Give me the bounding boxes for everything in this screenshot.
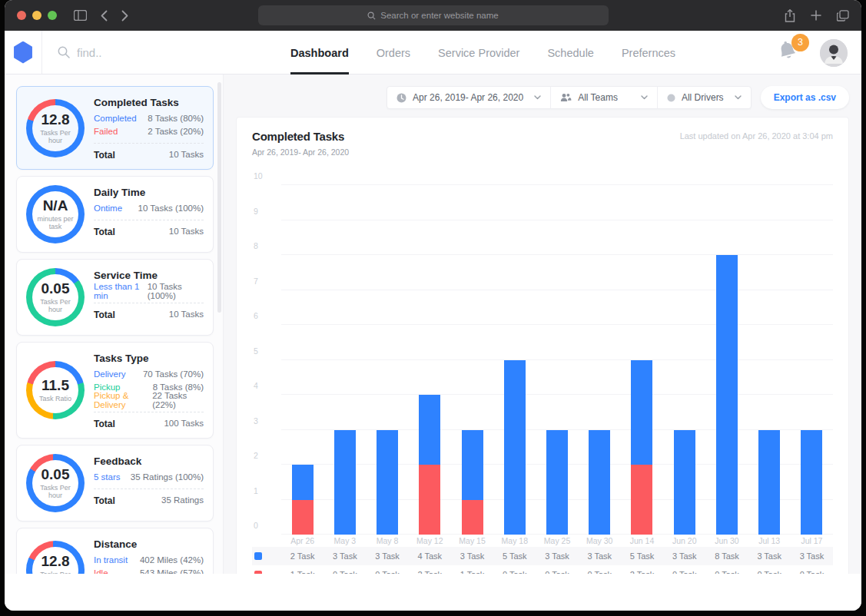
search-input[interactable]: [77, 46, 169, 59]
total-label: Total: [94, 495, 115, 506]
driver-status-icon: [667, 94, 675, 102]
minimize-window-button[interactable]: [32, 11, 41, 20]
stat-label: Completed: [94, 114, 137, 123]
total-value: 100 Tasks: [164, 419, 204, 429]
table-cell: 0 Task: [663, 570, 705, 574]
nav-item-orders[interactable]: Orders: [377, 31, 410, 75]
drivers-dropdown[interactable]: All Drivers: [658, 87, 751, 108]
table-cell: 3 Task: [536, 551, 578, 561]
window-footer: [5, 574, 861, 611]
sidebar-toggle-icon[interactable]: [74, 10, 87, 21]
card-title: Feedback: [94, 455, 204, 467]
total-label: Total: [94, 419, 115, 429]
metric-card-daily-time[interactable]: N/Aminutes per taskDaily TimeOntime10 Ta…: [16, 176, 214, 253]
teams-dropdown[interactable]: All Teams: [551, 87, 658, 108]
share-icon[interactable]: [785, 9, 795, 22]
new-tab-icon[interactable]: [811, 10, 821, 21]
bar-column-jun-20: [663, 185, 705, 535]
stat-label: 5 stars: [94, 472, 121, 482]
bar-apr-26: [292, 465, 314, 535]
metric-card-tasks-type[interactable]: 11.5Task RatioTasks TypeDelivery70 Tasks…: [16, 342, 214, 439]
x-axis-label: Jul 17: [791, 536, 833, 545]
gauge-ring: 12.8Tasks Per hour: [26, 541, 85, 575]
stat-label: Ontime: [94, 204, 122, 213]
x-axis-label: Jul 13: [748, 536, 791, 545]
chart-data-table: 2 Task3 Task3 Task4 Task3 Task5 Task3 Ta…: [252, 547, 833, 574]
bars-container: [281, 185, 833, 535]
y-axis-tick: 1: [254, 486, 258, 495]
table-cell: 4 Task: [409, 551, 451, 561]
bar-may-8: [377, 430, 398, 535]
chevron-down-icon: [735, 95, 742, 100]
stat-value: 543 Miles (57%): [140, 568, 204, 574]
metric-card-completed-tasks[interactable]: 12.8Tasks Per hourCompleted TasksComplet…: [16, 86, 214, 170]
avatar-photo: [820, 39, 848, 67]
y-axis-tick: 2: [254, 451, 258, 460]
tab-overview-icon[interactable]: [837, 10, 849, 22]
forward-icon[interactable]: [121, 10, 128, 22]
back-icon[interactable]: [101, 10, 108, 22]
y-axis-tick: 7: [254, 277, 258, 286]
x-axis-label: May 25: [536, 536, 578, 545]
active-tab-underline: [290, 72, 349, 75]
table-cell: 1 Task: [451, 570, 493, 574]
teams-icon: [560, 93, 572, 102]
gauge-center: 12.8Tasks Per hour: [32, 547, 78, 575]
stat-value: 2 Tasks (20%): [148, 127, 204, 136]
nav-item-dashboard[interactable]: Dashboard: [290, 31, 349, 75]
metric-card-feedback[interactable]: 0.05Tasks Per hourFeedback5 stars35 Rati…: [16, 445, 214, 522]
table-cell: 0 Task: [579, 570, 621, 574]
gauge-center: 0.05Tasks Per hour: [32, 274, 78, 320]
y-axis-tick: 5: [254, 346, 258, 356]
gauge-ring: 12.8Tasks Per hour: [26, 99, 85, 157]
notifications-button[interactable]: 3: [777, 40, 803, 66]
gauge-unit: Tasks Per hour: [35, 484, 75, 499]
metric-card-service-time[interactable]: 0.05Tasks Per hourService TimeLess than …: [16, 259, 214, 336]
app-logo[interactable]: [5, 31, 42, 74]
stat-row: Failed2 Tasks (20%): [94, 125, 204, 137]
table-cell: 3 Task: [663, 551, 705, 561]
bar-column-jul-13: [748, 185, 791, 535]
legend-swatch-failed: [254, 571, 262, 574]
nav-item-prefernces[interactable]: Prefernces: [622, 31, 675, 75]
nav-item-label: Schedule: [547, 47, 593, 59]
gauge-value: N/A: [43, 198, 68, 214]
bar-may-25: [546, 430, 568, 535]
nav-item-service-provider[interactable]: Service Provider: [438, 31, 519, 75]
date-range-value: Apr 26, 2019- Apr 26, 2020: [413, 92, 523, 103]
stat-label: Less than 1 min: [94, 282, 148, 300]
table-cell: 8 Task: [705, 551, 748, 561]
y-axis-tick: 4: [254, 381, 258, 390]
stat-label: Failed: [94, 127, 118, 136]
x-axis-label: Apr 26: [281, 536, 324, 545]
user-avatar[interactable]: [820, 39, 848, 67]
stat-row: Completed8 Tasks (80%): [94, 112, 204, 124]
table-cell: 0 Task: [748, 570, 791, 574]
bar-may-3: [334, 430, 356, 535]
table-row-failed: 1 Task0 Task0 Task2 Task1 Task0 Task0 Ta…: [252, 565, 833, 574]
metric-card-distance[interactable]: 12.8Tasks Per hourDistanceIn transit402 …: [16, 528, 214, 574]
y-axis-tick: 0: [254, 521, 258, 530]
screen-background: Search or enter website name: [0, 0, 866, 616]
sidebar-scrollbar[interactable]: [217, 82, 221, 313]
bar-column-may-8: [366, 185, 408, 535]
address-bar[interactable]: Search or enter website name: [258, 5, 609, 25]
export-csv-button[interactable]: Export as .csv: [761, 86, 849, 109]
global-search: [58, 46, 169, 59]
chevron-down-icon: [534, 95, 541, 100]
hexagon-logo-icon: [13, 41, 33, 64]
gauge-value: 12.8: [41, 112, 70, 128]
legend-cell: [252, 552, 281, 560]
date-range-dropdown[interactable]: Apr 26, 2019- Apr 26, 2020: [387, 87, 551, 108]
table-cell: 2 Task: [621, 570, 663, 574]
bar-jun-20: [674, 430, 695, 535]
zoom-window-button[interactable]: [48, 11, 57, 20]
nav-item-schedule[interactable]: Schedule: [547, 31, 593, 75]
gauge-ring: 0.05Tasks Per hour: [26, 454, 85, 512]
close-window-button[interactable]: [17, 11, 26, 20]
total-row: Total35 Ratings: [94, 488, 204, 506]
gauge-center: 12.8Tasks Per hour: [32, 105, 78, 151]
x-axis-label: Jun 14: [621, 536, 663, 545]
table-row-completed: 2 Task3 Task3 Task4 Task3 Task5 Task3 Ta…: [252, 547, 833, 565]
bar-failed-segment: [462, 500, 483, 535]
